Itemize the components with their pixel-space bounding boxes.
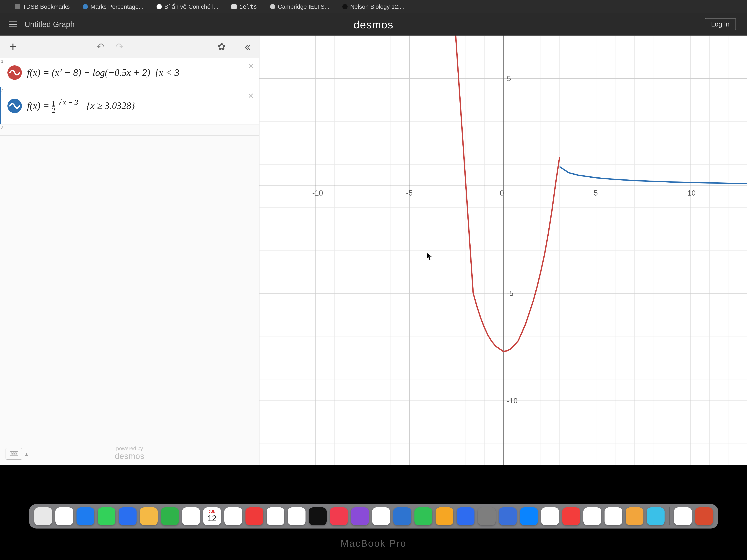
bookmark-item[interactable]: TDSB Bookmarks: [15, 3, 70, 10]
bookmark-icon: [15, 4, 20, 9]
app-body: + ↶ ↷ ✿ « 1 f(x) = (x2 − 8) + log(−0.5x …: [0, 35, 747, 465]
powered-by-text: powered by: [115, 446, 144, 452]
svg-text:-5: -5: [507, 289, 514, 297]
dock-app-icon[interactable]: [266, 507, 284, 525]
bookmark-label: Bí ẩn về Con chó l...: [164, 3, 218, 10]
undo-icon[interactable]: ↶: [96, 41, 104, 52]
svg-text:-10: -10: [312, 189, 323, 197]
dock-app-icon[interactable]: JUN12: [203, 507, 221, 525]
expression-toolbar: + ↶ ↷ ✿ «: [0, 35, 259, 58]
svg-text:-10: -10: [507, 397, 518, 405]
dock-app-icon[interactable]: [604, 507, 622, 525]
dock-app-icon[interactable]: [414, 507, 432, 525]
expression-text[interactable]: f(x) = (x2 − 8) + log(−0.5x + 2) {x < 3: [27, 67, 179, 78]
browser-bookmark-bar: TDSB Bookmarks Marks Percentage... Bí ẩn…: [0, 0, 747, 14]
dock-app-icon[interactable]: [626, 507, 643, 525]
graph-canvas[interactable]: -10-50510-10-55: [259, 35, 747, 465]
bookmark-label: ielts: [239, 3, 257, 10]
bookmark-icon: [342, 4, 347, 9]
bookmark-label: Nelson Biology 12....: [350, 3, 405, 10]
settings-icon[interactable]: ✿: [218, 41, 226, 52]
svg-text:10: 10: [687, 189, 696, 197]
wave-icon: [9, 102, 20, 110]
bookmark-item[interactable]: Bí ẩn về Con chó l...: [157, 3, 218, 10]
dock-app-icon[interactable]: [246, 507, 263, 525]
expression-panel: + ↶ ↷ ✿ « 1 f(x) = (x2 − 8) + log(−0.5x …: [0, 35, 259, 465]
svg-text:5: 5: [594, 189, 598, 197]
macos-dock: JUN12: [29, 504, 718, 529]
bookmark-item[interactable]: ielts: [231, 3, 257, 10]
expression-row[interactable]: 2 f(x) = 1 2 √x − 3 {x ≥ 3.0328} ×: [0, 87, 259, 125]
dock-app-icon[interactable]: [478, 507, 496, 525]
svg-text:-5: -5: [406, 189, 413, 197]
expression-row-empty[interactable]: 3: [0, 125, 259, 136]
dock-app-icon[interactable]: [562, 507, 580, 525]
dock-app-icon[interactable]: [55, 507, 73, 525]
dock-app-icon[interactable]: [140, 507, 158, 525]
dock-app-icon[interactable]: [161, 507, 179, 525]
delete-expression-icon[interactable]: ×: [248, 60, 254, 72]
collapse-panel-icon[interactable]: «: [244, 40, 248, 53]
expression-text[interactable]: f(x) = 1 2 √x − 3 {x ≥ 3.0328}: [27, 98, 135, 113]
bookmark-item[interactable]: Nelson Biology 12....: [342, 3, 405, 10]
dock-app-icon[interactable]: [674, 507, 692, 525]
expression-color-swatch[interactable]: [7, 65, 22, 80]
panel-footer: ⌨ ▴ powered by desmos: [0, 441, 259, 465]
dock-app-icon[interactable]: [520, 507, 538, 525]
powered-by-label: powered by desmos: [115, 446, 144, 461]
keyboard-caret-icon[interactable]: ▴: [25, 451, 28, 457]
dock-app-icon[interactable]: [499, 507, 517, 525]
expression-index: 2: [0, 87, 5, 93]
dock-app-icon[interactable]: [309, 507, 327, 525]
menu-icon[interactable]: [9, 22, 17, 27]
dock-app-icon[interactable]: [457, 507, 474, 525]
login-button[interactable]: Log In: [705, 18, 736, 30]
bookmark-label: Marks Percentage...: [91, 3, 144, 10]
dock-app-icon[interactable]: [436, 507, 453, 525]
wave-icon: [9, 69, 20, 76]
desmos-logo: desmos: [354, 18, 393, 31]
hardware-label: MacBook Pro: [340, 538, 407, 549]
dock-app-icon[interactable]: [182, 507, 200, 525]
dock-app-icon[interactable]: [695, 507, 713, 525]
graph-title[interactable]: Untitled Graph: [24, 20, 75, 29]
keyboard-button[interactable]: ⌨: [5, 448, 22, 460]
bookmark-icon: [231, 4, 237, 9]
dock-app-icon[interactable]: [647, 507, 665, 525]
dock-app-icon[interactable]: [584, 507, 601, 525]
dock-separator: [669, 507, 670, 525]
dock-app-icon[interactable]: [288, 507, 306, 525]
macos-dock-region: JUN12: [0, 488, 747, 529]
dock-app-icon[interactable]: [77, 507, 94, 525]
bookmark-label: TDSB Bookmarks: [23, 3, 70, 10]
svg-text:5: 5: [507, 75, 511, 83]
dock-app-icon[interactable]: [372, 507, 390, 525]
bookmark-icon: [83, 4, 88, 9]
bookmark-icon: [157, 4, 162, 9]
dock-app-icon[interactable]: [541, 507, 559, 525]
bookmark-item[interactable]: Marks Percentage...: [83, 3, 144, 10]
add-expression-button[interactable]: +: [5, 39, 20, 54]
graph-area[interactable]: -10-50510-10-55: [259, 35, 747, 465]
app-header: Untitled Graph desmos Log In: [0, 14, 747, 35]
bookmark-icon: [270, 4, 275, 9]
bookmark-label: Cambridge IELTS...: [278, 3, 330, 10]
dock-app-icon[interactable]: [351, 507, 369, 525]
dock-app-icon[interactable]: [224, 507, 242, 525]
expression-color-swatch[interactable]: [7, 99, 22, 113]
calendar-day: 12: [207, 514, 216, 523]
expression-index: 3: [0, 125, 5, 130]
calendar-month: JUN: [209, 510, 215, 514]
delete-expression-icon[interactable]: ×: [248, 90, 254, 101]
dock-app-icon[interactable]: [34, 507, 52, 525]
dock-app-icon[interactable]: [119, 507, 136, 525]
expression-row[interactable]: 1 f(x) = (x2 − 8) + log(−0.5x + 2) {x < …: [0, 58, 259, 87]
dock-app-icon[interactable]: [330, 507, 348, 525]
svg-text:0: 0: [500, 189, 504, 197]
dock-app-icon[interactable]: [393, 507, 411, 525]
powered-by-brand: desmos: [115, 452, 144, 461]
redo-icon[interactable]: ↷: [115, 41, 124, 52]
dock-app-icon[interactable]: [98, 507, 115, 525]
bookmark-item[interactable]: Cambridge IELTS...: [270, 3, 330, 10]
mouse-cursor-icon: [426, 252, 432, 260]
